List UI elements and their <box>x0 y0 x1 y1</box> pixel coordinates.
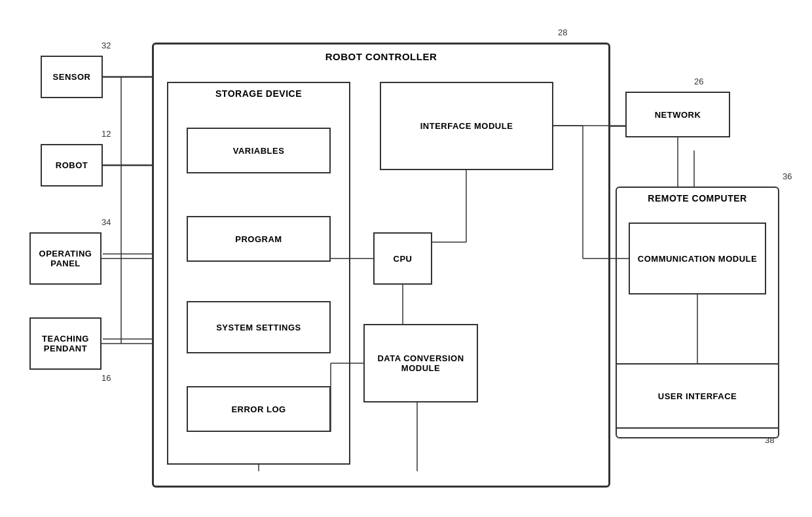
num-36: 36 <box>783 171 792 181</box>
variables-label: VARIABLES <box>233 146 285 156</box>
user-interface-box: USER INTERFACE <box>616 363 779 429</box>
robot-controller-label: ROBOT CONTROLLER <box>325 51 437 62</box>
interface-module-box: INTERFACE MODULE <box>380 82 553 170</box>
program-label: PROGRAM <box>235 234 282 244</box>
robot-box: ROBOT <box>41 144 103 187</box>
cpu-box: CPU <box>373 232 432 285</box>
num-32: 32 <box>101 41 111 50</box>
variables-box: VARIABLES <box>187 128 331 173</box>
program-box: PROGRAM <box>187 216 331 262</box>
network-box: NETWORK <box>625 92 730 137</box>
cpu-label: CPU <box>394 254 413 264</box>
operating-panel-label: OPERATING PANEL <box>31 249 100 268</box>
network-label: NETWORK <box>655 110 701 120</box>
num-26: 26 <box>694 77 703 86</box>
sensor-box: SENSOR <box>41 56 103 98</box>
system-settings-label: SYSTEM SETTINGS <box>216 323 301 332</box>
data-conversion-module-label: DATA CONVERSION MODULE <box>365 353 477 373</box>
num-28: 28 <box>558 27 567 37</box>
error-log-label: ERROR LOG <box>231 404 286 414</box>
robot-label: ROBOT <box>56 160 88 170</box>
storage-device-label: STORAGE DEVICE <box>215 88 302 99</box>
teaching-pendant-box: TEACHING PENDANT <box>29 317 101 370</box>
sensor-label: SENSOR <box>53 72 91 82</box>
num-12: 12 <box>101 129 111 139</box>
num-16: 16 <box>101 373 111 383</box>
system-settings-box: SYSTEM SETTINGS <box>187 301 331 353</box>
operating-panel-box: OPERATING PANEL <box>29 232 101 285</box>
communication-module-box: COMMUNICATION MODULE <box>629 223 766 294</box>
data-conversion-module-box: DATA CONVERSION MODULE <box>363 324 478 402</box>
communication-module-label: COMMUNICATION MODULE <box>638 254 757 264</box>
num-34: 34 <box>101 217 111 227</box>
user-interface-label: USER INTERFACE <box>658 391 737 401</box>
interface-module-label: INTERFACE MODULE <box>420 121 513 131</box>
error-log-box: ERROR LOG <box>187 386 331 432</box>
teaching-pendant-label: TEACHING PENDANT <box>31 334 100 353</box>
remote-computer-label: REMOTE COMPUTER <box>648 193 747 204</box>
